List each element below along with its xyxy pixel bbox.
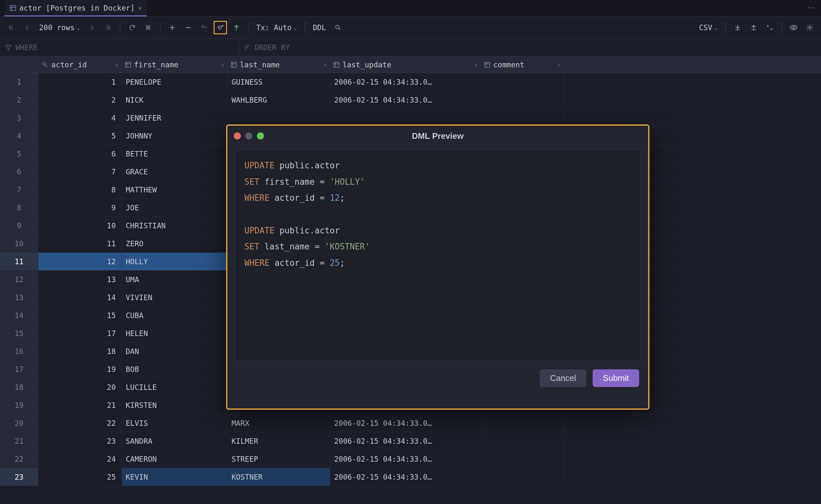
row-number[interactable]: 22 [0, 450, 38, 468]
cell-last-name[interactable]: MARX [228, 414, 330, 432]
page-size-selector[interactable]: 200 rows⌄ [37, 23, 83, 32]
remove-row-button[interactable] [182, 21, 195, 34]
cell-actor-id[interactable]: 1 [38, 73, 122, 91]
stop-button[interactable] [141, 21, 155, 34]
sql-preview[interactable]: UPDATE public.actorSET first_name = 'HOL… [235, 149, 640, 361]
cell-actor-id[interactable]: 10 [38, 217, 122, 234]
row-number[interactable]: 18 [0, 378, 38, 396]
where-filter[interactable]: WHERE [0, 38, 239, 56]
row-number[interactable]: 15 [0, 324, 38, 342]
cell-first-name[interactable]: KIRSTEN [122, 396, 228, 414]
cell-first-name[interactable]: CHRISTIAN [122, 217, 228, 234]
row-number[interactable]: 6 [0, 163, 38, 181]
cell-first-name[interactable]: CAMERON [122, 450, 228, 468]
cell-first-name[interactable]: JOHNNY [122, 127, 228, 145]
add-row-button[interactable] [165, 21, 179, 34]
tx-mode-selector[interactable]: Tx: Auto⌄ [254, 23, 300, 32]
column-header-actor-id[interactable]: actor_id⇅ [38, 56, 122, 73]
cell-actor-id[interactable]: 4 [38, 109, 122, 127]
row-number[interactable]: 14 [0, 307, 38, 324]
row-number[interactable]: 12 [0, 271, 38, 288]
prev-page-button[interactable] [21, 21, 34, 34]
row-number[interactable]: 8 [0, 199, 38, 216]
row-number[interactable]: 23 [0, 468, 38, 486]
cell-actor-id[interactable]: 15 [38, 307, 122, 324]
cell-actor-id[interactable]: 14 [38, 289, 122, 306]
cell-comment[interactable] [481, 73, 564, 91]
row-number[interactable]: 4 [0, 127, 38, 145]
tab-actor[interactable]: actor [Postgres in Docker] ✕ [4, 0, 147, 16]
column-header-first-name[interactable]: first_name⇅ [122, 56, 228, 73]
cell-first-name[interactable]: JENNIFER [122, 109, 228, 127]
row-number[interactable]: 13 [0, 289, 38, 306]
table-row[interactable]: 2022ELVISMARX2006-02-15 04:34:33.0… [0, 414, 821, 432]
cell-actor-id[interactable]: 13 [38, 271, 122, 288]
cell-first-name[interactable]: SANDRA [122, 432, 228, 450]
cell-actor-id[interactable]: 6 [38, 145, 122, 163]
preview-pending-button[interactable] [214, 21, 227, 34]
compare-icon[interactable] [763, 21, 776, 34]
cell-actor-id[interactable]: 20 [38, 378, 122, 396]
cell-actor-id[interactable]: 2 [38, 91, 122, 109]
cell-first-name[interactable]: LUCILLE [122, 378, 228, 396]
cell-actor-id[interactable]: 12 [38, 253, 122, 270]
cell-first-name[interactable]: VIVIEN [122, 289, 228, 306]
window-close-button[interactable] [234, 132, 241, 139]
reload-button[interactable] [125, 21, 139, 34]
cell-actor-id[interactable]: 24 [38, 450, 122, 468]
row-number[interactable]: 19 [0, 396, 38, 414]
eye-icon[interactable] [787, 21, 800, 34]
upload-icon[interactable] [747, 21, 760, 34]
cell-last-update[interactable]: 2006-02-15 04:34:33.0… [330, 450, 481, 468]
row-number[interactable]: 17 [0, 360, 38, 378]
cell-actor-id[interactable]: 9 [38, 199, 122, 216]
revert-button[interactable] [198, 21, 211, 34]
cell-last-update[interactable] [330, 109, 481, 127]
cell-actor-id[interactable]: 19 [38, 360, 122, 378]
export-format-selector[interactable]: CSV⌄ [697, 23, 720, 32]
search-button[interactable] [331, 21, 345, 34]
cell-comment[interactable] [481, 450, 564, 468]
row-number[interactable]: 11 [0, 253, 38, 270]
column-header-last-update[interactable]: last_update⇅ [330, 56, 481, 73]
cell-first-name[interactable]: BETTE [122, 145, 228, 163]
cell-first-name[interactable]: PENELOPE [122, 73, 228, 91]
cell-actor-id[interactable]: 5 [38, 127, 122, 145]
column-header-last-name[interactable]: last_name⇅ [228, 56, 330, 73]
cell-actor-id[interactable]: 17 [38, 324, 122, 342]
cell-last-update[interactable]: 2006-02-15 04:34:33.0… [330, 73, 481, 91]
cell-last-update[interactable]: 2006-02-15 04:34:33.0… [330, 432, 481, 450]
cell-first-name[interactable]: HELEN [122, 324, 228, 342]
cell-first-name[interactable]: MATTHEW [122, 181, 228, 198]
cell-first-name[interactable]: NICK [122, 91, 228, 109]
cell-first-name[interactable]: DAN [122, 342, 228, 360]
cell-first-name[interactable]: CUBA [122, 307, 228, 324]
first-page-button[interactable] [4, 21, 18, 34]
row-number[interactable]: 16 [0, 342, 38, 360]
cell-last-update[interactable]: 2006-02-15 04:34:33.0… [330, 414, 481, 432]
cell-comment[interactable] [481, 414, 564, 432]
cell-comment[interactable] [481, 468, 564, 486]
cancel-button[interactable]: Cancel [540, 369, 586, 387]
row-number[interactable]: 5 [0, 145, 38, 163]
row-number-header[interactable] [0, 56, 38, 73]
cell-comment[interactable] [481, 432, 564, 450]
cell-first-name[interactable]: JOE [122, 199, 228, 216]
cell-first-name[interactable]: BOB [122, 360, 228, 378]
cell-last-name[interactable]: KOSTNER [228, 468, 330, 486]
table-row[interactable]: 2224CAMERONSTREEP2006-02-15 04:34:33.0… [0, 450, 821, 468]
window-zoom-button[interactable] [257, 132, 264, 139]
row-number[interactable]: 21 [0, 432, 38, 450]
orderby-filter[interactable]: ORDER BY [239, 38, 821, 56]
submit-button[interactable] [230, 21, 243, 34]
submit-button[interactable]: Submit [593, 369, 639, 387]
tab-overflow-menu[interactable]: ⋮ [808, 4, 816, 12]
cell-last-name[interactable]: KILMER [228, 432, 330, 450]
cell-actor-id[interactable]: 11 [38, 235, 122, 252]
cell-first-name[interactable]: HOLLY [122, 253, 228, 270]
next-page-button[interactable] [85, 21, 99, 34]
cell-last-name[interactable] [228, 109, 330, 127]
row-number[interactable]: 20 [0, 414, 38, 432]
row-number[interactable]: 10 [0, 235, 38, 252]
table-row[interactable]: 22NICKWAHLBERG2006-02-15 04:34:33.0… [0, 91, 821, 109]
